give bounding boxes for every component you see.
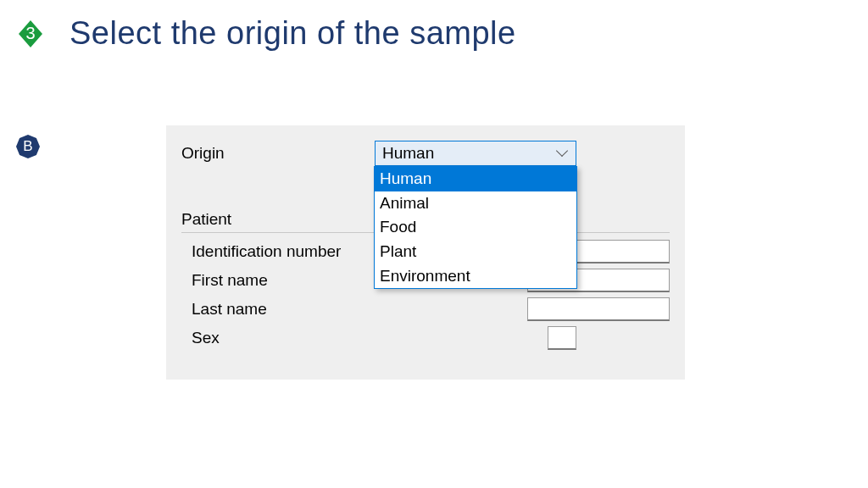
origin-dropdown-popup: Human Animal Food Plant Environment [374, 166, 577, 289]
origin-option-animal[interactable]: Animal [375, 191, 576, 216]
page-title: Select the origin of the sample [70, 15, 516, 52]
origin-select[interactable]: Human [375, 141, 576, 166]
step-number-badge: 3 [15, 19, 46, 49]
sex-label: Sex [192, 329, 548, 347]
origin-option-food[interactable]: Food [375, 215, 576, 240]
sub-step-letter: B [23, 138, 32, 155]
origin-option-human[interactable]: Human [375, 167, 576, 191]
step-number: 3 [25, 24, 35, 43]
origin-option-plant[interactable]: Plant [375, 240, 576, 264]
origin-label: Origin [181, 144, 375, 163]
last-name-field[interactable] [527, 297, 670, 321]
sub-step-badge: B [15, 134, 41, 159]
origin-option-environment[interactable]: Environment [375, 264, 576, 289]
origin-selected-value: Human [382, 144, 434, 163]
chevron-down-icon [557, 150, 569, 157]
last-name-label: Last name [192, 300, 527, 319]
sex-field[interactable] [548, 326, 576, 350]
